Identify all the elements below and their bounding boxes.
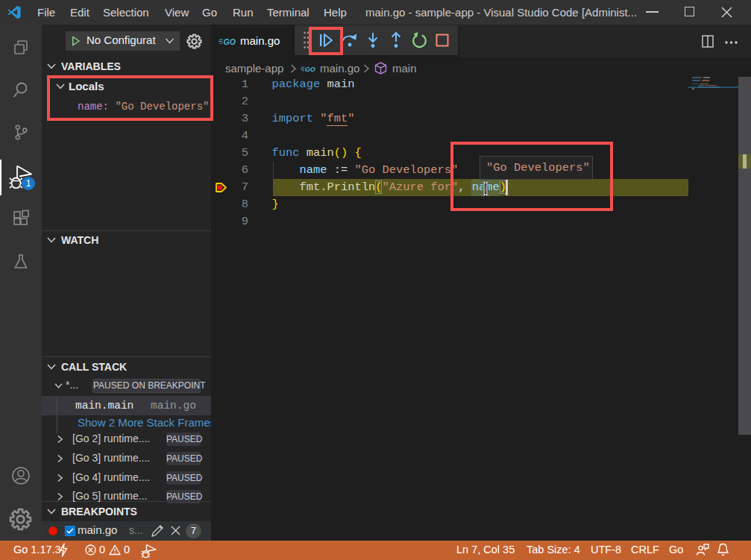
svg-text:GO: GO (305, 66, 315, 73)
svg-text:GO: GO (224, 37, 236, 46)
